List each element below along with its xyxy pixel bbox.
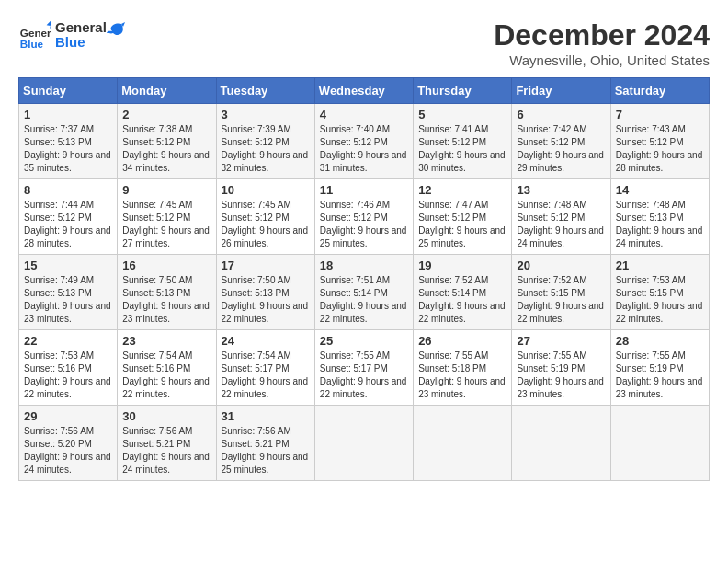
bird-icon [103, 20, 125, 42]
day-header-thursday: Thursday [414, 78, 512, 104]
day-number: 14 [616, 183, 704, 197]
day-number: 10 [222, 183, 310, 197]
day-header-sunday: Sunday [19, 78, 118, 104]
day-number: 1 [24, 108, 112, 121]
day-info: Sunrise: 7:52 AMSunset: 5:14 PMDaylight:… [418, 275, 506, 324]
calendar: SundayMondayTuesdayWednesdayThursdayFrid… [18, 77, 710, 481]
day-info: Sunrise: 7:39 AMSunset: 5:12 PMDaylight:… [222, 124, 309, 173]
day-number: 2 [122, 108, 210, 121]
calendar-cell: 1 Sunrise: 7:37 AMSunset: 5:13 PMDayligh… [19, 104, 118, 179]
calendar-cell: 31 Sunrise: 7:56 AMSunset: 5:21 PMDaylig… [216, 406, 314, 481]
day-number: 7 [616, 108, 704, 121]
main-title: December 2024 [494, 18, 710, 52]
day-info: Sunrise: 7:56 AMSunset: 5:21 PMDaylight:… [222, 426, 309, 475]
logo-icon: General Blue [18, 18, 51, 52]
day-number: 6 [517, 108, 605, 121]
day-number: 4 [320, 108, 408, 121]
calendar-cell: 6 Sunrise: 7:42 AMSunset: 5:12 PMDayligh… [512, 104, 610, 179]
calendar-cell [414, 406, 512, 481]
day-info: Sunrise: 7:48 AMSunset: 5:12 PMDaylight:… [517, 200, 604, 248]
day-number: 23 [122, 334, 210, 348]
day-number: 17 [222, 259, 310, 272]
day-number: 29 [24, 409, 112, 423]
title-area: December 2024 Waynesville, Ohio, United … [494, 18, 710, 68]
calendar-cell: 10 Sunrise: 7:45 AMSunset: 5:12 PMDaylig… [216, 179, 314, 255]
calendar-week-3: 15 Sunrise: 7:49 AMSunset: 5:13 PMDaylig… [19, 255, 710, 330]
day-info: Sunrise: 7:38 AMSunset: 5:12 PMDaylight:… [122, 124, 210, 173]
day-info: Sunrise: 7:53 AMSunset: 5:15 PMDaylight:… [616, 275, 703, 324]
day-info: Sunrise: 7:47 AMSunset: 5:12 PMDaylight:… [418, 200, 506, 248]
day-info: Sunrise: 7:51 AMSunset: 5:14 PMDaylight:… [320, 275, 407, 324]
calendar-cell: 25 Sunrise: 7:55 AMSunset: 5:17 PMDaylig… [314, 330, 413, 406]
day-info: Sunrise: 7:55 AMSunset: 5:19 PMDaylight:… [616, 350, 703, 399]
day-info: Sunrise: 7:42 AMSunset: 5:12 PMDaylight:… [517, 124, 604, 173]
day-number: 3 [222, 108, 310, 121]
day-info: Sunrise: 7:46 AMSunset: 5:12 PMDaylight:… [320, 200, 407, 248]
calendar-cell: 15 Sunrise: 7:49 AMSunset: 5:13 PMDaylig… [19, 255, 118, 330]
calendar-cell: 29 Sunrise: 7:56 AMSunset: 5:20 PMDaylig… [19, 406, 118, 481]
logo-blue: Blue [55, 35, 107, 51]
day-info: Sunrise: 7:54 AMSunset: 5:17 PMDaylight:… [222, 350, 309, 399]
day-info: Sunrise: 7:40 AMSunset: 5:12 PMDaylight:… [320, 124, 407, 173]
calendar-cell: 8 Sunrise: 7:44 AMSunset: 5:12 PMDayligh… [19, 179, 118, 255]
day-info: Sunrise: 7:52 AMSunset: 5:15 PMDaylight:… [517, 275, 604, 324]
calendar-cell: 30 Sunrise: 7:56 AMSunset: 5:21 PMDaylig… [118, 406, 216, 481]
day-info: Sunrise: 7:43 AMSunset: 5:12 PMDaylight:… [616, 124, 703, 173]
day-info: Sunrise: 7:55 AMSunset: 5:18 PMDaylight:… [418, 350, 506, 399]
calendar-cell: 17 Sunrise: 7:50 AMSunset: 5:13 PMDaylig… [216, 255, 314, 330]
day-number: 24 [222, 334, 310, 348]
day-number: 31 [222, 409, 310, 423]
day-number: 16 [122, 259, 210, 272]
logo: General Blue General Blue [18, 18, 125, 52]
calendar-cell: 27 Sunrise: 7:55 AMSunset: 5:19 PMDaylig… [512, 330, 610, 406]
day-info: Sunrise: 7:48 AMSunset: 5:13 PMDaylight:… [616, 200, 703, 248]
day-number: 18 [320, 259, 408, 272]
day-info: Sunrise: 7:45 AMSunset: 5:12 PMDaylight:… [122, 200, 210, 248]
day-number: 13 [517, 183, 605, 197]
calendar-cell [512, 406, 610, 481]
calendar-cell: 28 Sunrise: 7:55 AMSunset: 5:19 PMDaylig… [610, 330, 709, 406]
day-info: Sunrise: 7:49 AMSunset: 5:13 PMDaylight:… [24, 275, 111, 324]
day-header-monday: Monday [118, 78, 216, 104]
calendar-cell: 3 Sunrise: 7:39 AMSunset: 5:12 PMDayligh… [216, 104, 314, 179]
day-number: 22 [24, 334, 112, 348]
calendar-cell: 9 Sunrise: 7:45 AMSunset: 5:12 PMDayligh… [118, 179, 216, 255]
day-info: Sunrise: 7:55 AMSunset: 5:19 PMDaylight:… [517, 350, 604, 399]
day-number: 20 [517, 259, 605, 272]
calendar-cell [314, 406, 413, 481]
calendar-cell: 18 Sunrise: 7:51 AMSunset: 5:14 PMDaylig… [314, 255, 413, 330]
calendar-cell: 23 Sunrise: 7:54 AMSunset: 5:16 PMDaylig… [118, 330, 216, 406]
svg-text:Blue: Blue [20, 38, 44, 50]
day-number: 19 [418, 259, 506, 272]
calendar-cell: 16 Sunrise: 7:50 AMSunset: 5:13 PMDaylig… [118, 255, 216, 330]
day-info: Sunrise: 7:55 AMSunset: 5:17 PMDaylight:… [320, 350, 407, 399]
day-info: Sunrise: 7:50 AMSunset: 5:13 PMDaylight:… [222, 275, 309, 324]
day-number: 25 [320, 334, 408, 348]
day-number: 5 [418, 108, 506, 121]
calendar-cell: 20 Sunrise: 7:52 AMSunset: 5:15 PMDaylig… [512, 255, 610, 330]
day-info: Sunrise: 7:45 AMSunset: 5:12 PMDaylight:… [222, 200, 309, 248]
calendar-week-2: 8 Sunrise: 7:44 AMSunset: 5:12 PMDayligh… [19, 179, 710, 255]
calendar-week-1: 1 Sunrise: 7:37 AMSunset: 5:13 PMDayligh… [19, 104, 710, 179]
calendar-cell: 21 Sunrise: 7:53 AMSunset: 5:15 PMDaylig… [610, 255, 709, 330]
day-header-saturday: Saturday [610, 78, 709, 104]
day-number: 26 [418, 334, 506, 348]
calendar-cell: 11 Sunrise: 7:46 AMSunset: 5:12 PMDaylig… [314, 179, 413, 255]
calendar-cell: 5 Sunrise: 7:41 AMSunset: 5:12 PMDayligh… [414, 104, 512, 179]
calendar-week-5: 29 Sunrise: 7:56 AMSunset: 5:20 PMDaylig… [19, 406, 710, 481]
calendar-cell: 7 Sunrise: 7:43 AMSunset: 5:12 PMDayligh… [610, 104, 709, 179]
day-info: Sunrise: 7:41 AMSunset: 5:12 PMDaylight:… [418, 124, 506, 173]
calendar-cell: 24 Sunrise: 7:54 AMSunset: 5:17 PMDaylig… [216, 330, 314, 406]
day-info: Sunrise: 7:56 AMSunset: 5:20 PMDaylight:… [24, 426, 111, 475]
day-header-friday: Friday [512, 78, 610, 104]
day-number: 8 [24, 183, 112, 197]
calendar-cell: 26 Sunrise: 7:55 AMSunset: 5:18 PMDaylig… [414, 330, 512, 406]
logo-general: General [55, 20, 107, 36]
day-info: Sunrise: 7:56 AMSunset: 5:21 PMDaylight:… [122, 426, 210, 475]
day-info: Sunrise: 7:37 AMSunset: 5:13 PMDaylight:… [24, 124, 111, 173]
calendar-cell: 12 Sunrise: 7:47 AMSunset: 5:12 PMDaylig… [414, 179, 512, 255]
day-header-wednesday: Wednesday [314, 78, 413, 104]
day-info: Sunrise: 7:54 AMSunset: 5:16 PMDaylight:… [122, 350, 210, 399]
calendar-cell: 14 Sunrise: 7:48 AMSunset: 5:13 PMDaylig… [610, 179, 709, 255]
day-info: Sunrise: 7:53 AMSunset: 5:16 PMDaylight:… [24, 350, 111, 399]
